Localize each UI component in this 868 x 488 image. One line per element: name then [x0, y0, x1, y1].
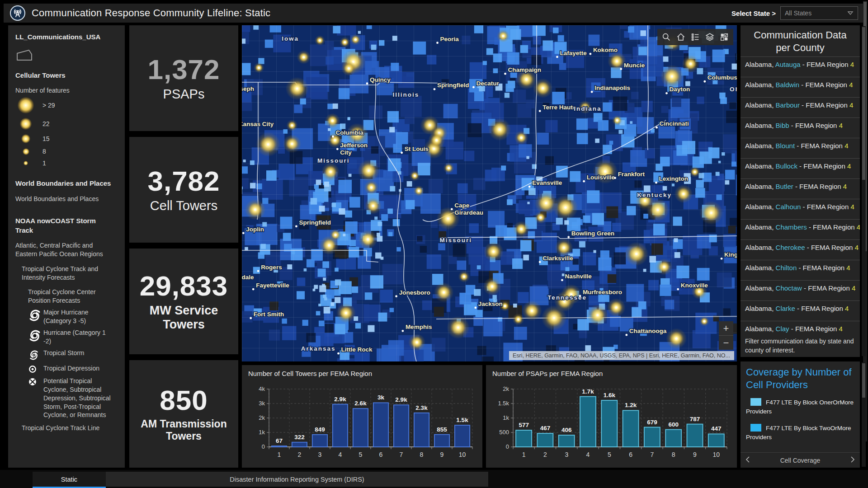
svg-text:Terre Haute: Terre Haute	[542, 104, 576, 111]
county-row[interactable]: Alabama, Choctaw - FEMA Region 4	[741, 280, 860, 300]
county-row[interactable]: Alabama, Blount - FEMA Region 4	[741, 138, 860, 158]
coverage-panel: Coverage by Number of Cell Providers F47…	[741, 361, 860, 468]
layers-icon[interactable]	[703, 31, 716, 43]
svg-text:Indiana: Indiana	[574, 105, 601, 112]
bar[interactable]	[455, 425, 470, 447]
county-row[interactable]: Alabama, Barbour - FEMA Region 4	[741, 97, 860, 117]
search-icon[interactable]	[660, 31, 673, 43]
county-row[interactable]: Alabama, Chilton - FEMA Region 4	[741, 260, 860, 280]
basemap-grid-icon[interactable]	[718, 31, 731, 43]
tab-static[interactable]: Static	[33, 472, 106, 488]
county-row[interactable]: Alabama, Clay - FEMA Region 4	[741, 321, 860, 335]
bar[interactable]	[516, 430, 532, 447]
svg-text:500: 500	[499, 429, 509, 436]
svg-text:Lexington: Lexington	[659, 175, 689, 182]
county-row[interactable]: Alabama, Baldwin - FEMA Region 4	[741, 77, 860, 97]
coverage-scrollbar[interactable]	[862, 362, 866, 467]
svg-text:855: 855	[437, 426, 447, 433]
map-canvas[interactable]: IowaPeoriaLafayetteKokomoMuncieChampaign…	[242, 25, 737, 361]
home-icon[interactable]	[675, 31, 687, 43]
zoom-in-button[interactable]: +	[719, 321, 733, 336]
bar[interactable]	[333, 404, 348, 447]
svg-text:Kingsport: Kingsport	[724, 251, 737, 258]
psaps-chart-panel: Number of PSAPs per FEMA Region 05001k1.…	[486, 365, 737, 468]
bar[interactable]	[537, 433, 553, 447]
bar[interactable]	[623, 410, 639, 447]
svg-text:6: 6	[629, 451, 632, 458]
pager-left-icon[interactable]	[745, 456, 750, 465]
svg-text:577: 577	[519, 422, 529, 428]
county-row[interactable]: Alabama, Calhoun - FEMA Region 4	[741, 199, 860, 219]
bar[interactable]	[665, 430, 681, 447]
svg-text:Columbus: Columbus	[708, 74, 737, 81]
bar[interactable]	[708, 434, 724, 447]
psaps-chart: 05001k1.5k2k5771467240631.7k41.6k51.2k66…	[490, 377, 735, 464]
legend-list-icon[interactable]	[689, 31, 702, 43]
legend-noaa-title: NOAA nowCOAST Storm Track	[15, 216, 115, 235]
bar[interactable]	[394, 405, 409, 447]
tower-dot-icon	[21, 134, 30, 143]
legend-cellular-title: Cellular Towers	[15, 71, 115, 80]
map-zoom-control: + −	[719, 321, 733, 350]
legend-storm-row: Hurricane (Category 1 -2)	[28, 328, 115, 346]
bar[interactable]	[434, 435, 449, 447]
county-list: Alabama, Autauga - FEMA Region 4Alabama,…	[741, 56, 860, 335]
psaps-chart-svg: 05001k1.5k2k5771467240631.7k41.6k51.2k66…	[490, 377, 735, 464]
pager-right-icon[interactable]	[850, 456, 855, 465]
county-scrollbar-thumb[interactable]	[862, 27, 865, 180]
svg-text:8: 8	[672, 451, 675, 458]
map-attribution: Esri, HERE, Garmin, FAO, NOAA, USGS, EPA…	[509, 351, 734, 360]
svg-text:Springdale: Springdale	[242, 274, 254, 281]
bar[interactable]	[687, 424, 703, 447]
svg-text:1k: 1k	[259, 429, 265, 436]
legend-center-group: Tropical Cyclone Center Position Forecas…	[28, 288, 115, 305]
chart-title: Number of PSAPs per FEMA Region	[490, 369, 735, 377]
bar[interactable]	[272, 446, 287, 447]
county-row[interactable]: Alabama, Butler - FEMA Region 4	[741, 178, 860, 199]
legend-size-row: 1	[15, 157, 115, 169]
county-list-title: Communication Data per County	[741, 25, 860, 56]
stat-card-mw-towers: 29,833 MW Service Towers	[129, 249, 238, 354]
state-dropdown[interactable]: All States	[780, 6, 858, 20]
bar[interactable]	[559, 435, 575, 447]
svg-text:Bowling Green: Bowling Green	[571, 230, 614, 237]
county-row[interactable]: Alabama, Clarke - FEMA Region 4	[741, 300, 860, 321]
county-row[interactable]: Alabama, Autauga - FEMA Region 4	[741, 56, 860, 77]
county-scrollbar[interactable]	[862, 26, 866, 356]
legend-size-label: 15	[42, 135, 50, 143]
svg-text:Clarksville: Clarksville	[542, 255, 573, 262]
svg-text:0: 0	[506, 443, 509, 450]
svg-text:Joseph: Joseph	[242, 85, 254, 92]
county-row[interactable]: Alabama, Cherokee - FEMA Region 4	[741, 239, 860, 260]
bar[interactable]	[353, 408, 368, 447]
svg-text:Evansville: Evansville	[532, 179, 562, 186]
county-row[interactable]: Alabama, Bibb - FEMA Region 4	[741, 117, 860, 138]
coverage-scrollbar-thumb[interactable]	[862, 363, 865, 398]
svg-text:Nashville: Nashville	[565, 273, 592, 280]
polygon-symbol-icon	[15, 48, 115, 65]
county-list-footer: Filter communication data by state and c…	[741, 335, 860, 357]
county-row[interactable]: Alabama, Bullock - FEMA Region 4	[741, 158, 860, 178]
svg-text:Springfield: Springfield	[437, 82, 469, 89]
legend-size-label: 8	[42, 147, 46, 156]
legend-storm-row: Potential Tropical Cyclone, Subtropical …	[28, 377, 115, 419]
bar[interactable]	[601, 400, 617, 447]
stat-card-am-towers: 850 AM Transmission Towers	[129, 360, 238, 468]
bar[interactable]	[580, 397, 596, 447]
svg-text:Louisville: Louisville	[587, 174, 615, 181]
map-render: IowaPeoriaLafayetteKokomoMuncieChampaign…	[242, 25, 737, 361]
bar[interactable]	[414, 413, 429, 447]
svg-text:1: 1	[522, 451, 526, 458]
county-row[interactable]: Alabama, Chambers - FEMA Region 4	[741, 219, 860, 239]
bar[interactable]	[292, 442, 307, 447]
svg-text:Fayetteville: Fayetteville	[256, 282, 289, 289]
bar[interactable]	[373, 403, 388, 447]
bar[interactable]	[312, 435, 327, 447]
svg-text:Cape: Cape	[454, 202, 470, 209]
bar[interactable]	[644, 427, 660, 447]
stat-card-psaps: 1,372 PSAPs	[129, 25, 238, 131]
zoom-out-button[interactable]: −	[719, 336, 733, 350]
tab-dirs[interactable]: Disaster Information Reporting System (D…	[106, 472, 488, 487]
svg-text:Arkansas: Arkansas	[301, 345, 336, 352]
svg-text:8: 8	[420, 451, 424, 458]
